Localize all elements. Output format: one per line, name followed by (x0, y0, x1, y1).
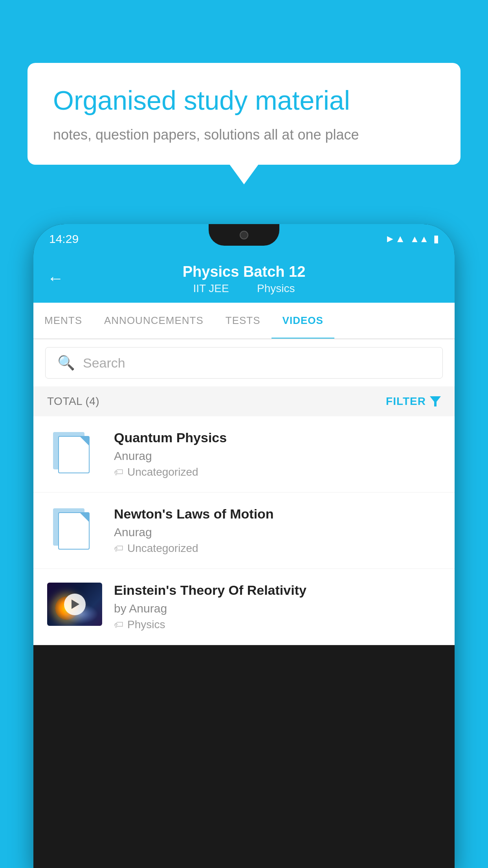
phone-frame: 14:29 ►▲ ▲▲ ▮ ← Physics Batch 12 IIT JEE… (33, 224, 455, 868)
video-list: Quantum Physics Anurag 🏷 Uncategorized N… (33, 416, 455, 645)
play-triangle-icon (72, 600, 79, 609)
subtitle-separator (242, 282, 248, 294)
filter-label: FILTER (386, 395, 426, 408)
video-thumbnail (47, 583, 102, 626)
play-button[interactable] (64, 594, 86, 615)
video-title: Newton's Laws of Motion (114, 506, 441, 522)
doc-front (58, 436, 90, 473)
search-icon: 🔍 (57, 355, 75, 371)
document-icon (47, 506, 98, 550)
camera-dot (240, 231, 248, 239)
filter-button[interactable]: FILTER (386, 395, 441, 408)
filter-bar: TOTAL (4) FILTER (33, 386, 455, 416)
video-info: Newton's Laws of Motion Anurag 🏷 Uncateg… (102, 506, 441, 555)
search-bar[interactable]: 🔍 Search (45, 347, 443, 379)
tag-label: Physics (127, 618, 165, 631)
speech-bubble: Organised study material notes, question… (28, 63, 460, 165)
tab-ments[interactable]: MENTS (33, 303, 93, 338)
filter-funnel-icon (430, 396, 441, 406)
video-tag: 🏷 Uncategorized (114, 542, 441, 555)
video-info: Einstein's Theory Of Relativity by Anura… (102, 583, 441, 631)
status-icons: ►▲ ▲▲ ▮ (385, 233, 439, 245)
subtitle-part2: Physics (257, 282, 295, 294)
subtitle-part1: IIT JEE (193, 282, 229, 294)
tag-icon: 🏷 (114, 619, 123, 630)
tag-label: Uncategorized (127, 466, 198, 478)
signal-icon: ▲▲ (410, 234, 429, 245)
back-button[interactable]: ← (47, 269, 64, 288)
tab-videos[interactable]: VIDEOS (272, 303, 334, 338)
tag-icon: 🏷 (114, 467, 123, 478)
video-author: Anurag (114, 526, 441, 539)
video-tag: 🏷 Physics (114, 618, 441, 631)
speech-bubble-title: Organised study material (53, 85, 435, 117)
status-bar: 14:29 ►▲ ▲▲ ▮ (33, 224, 455, 254)
list-item[interactable]: Einstein's Theory Of Relativity by Anura… (33, 569, 455, 645)
search-container: 🔍 Search (33, 339, 455, 386)
tag-icon: 🏷 (114, 543, 123, 554)
video-tag: 🏷 Uncategorized (114, 466, 441, 478)
app-header: ← Physics Batch 12 IIT JEE Physics (33, 254, 455, 303)
svg-marker-0 (430, 396, 441, 406)
total-count-label: TOTAL (4) (47, 395, 99, 408)
list-item[interactable]: Quantum Physics Anurag 🏷 Uncategorized (33, 416, 455, 493)
speech-bubble-container: Organised study material notes, question… (28, 63, 460, 165)
list-item[interactable]: Newton's Laws of Motion Anurag 🏷 Uncateg… (33, 493, 455, 569)
app-subtitle: IIT JEE Physics (49, 282, 439, 295)
doc-front (58, 512, 90, 550)
speech-bubble-subtitle: notes, question papers, solutions all at… (53, 127, 435, 143)
search-placeholder[interactable]: Search (83, 355, 125, 371)
tabs-bar: MENTS ANNOUNCEMENTS TESTS VIDEOS (33, 303, 455, 339)
video-author: Anurag (114, 449, 441, 463)
document-icon (47, 430, 98, 473)
app-title: Physics Batch 12 (49, 263, 439, 280)
tab-tests[interactable]: TESTS (215, 303, 272, 338)
tag-label: Uncategorized (127, 542, 198, 555)
status-time: 14:29 (49, 232, 79, 246)
video-author: by Anurag (114, 602, 441, 615)
wifi-icon: ►▲ (385, 233, 405, 245)
tab-announcements[interactable]: ANNOUNCEMENTS (93, 303, 215, 338)
phone-notch (209, 224, 279, 246)
battery-icon: ▮ (433, 233, 439, 245)
video-title: Einstein's Theory Of Relativity (114, 583, 441, 598)
video-info: Quantum Physics Anurag 🏷 Uncategorized (102, 430, 441, 478)
video-title: Quantum Physics (114, 430, 441, 445)
